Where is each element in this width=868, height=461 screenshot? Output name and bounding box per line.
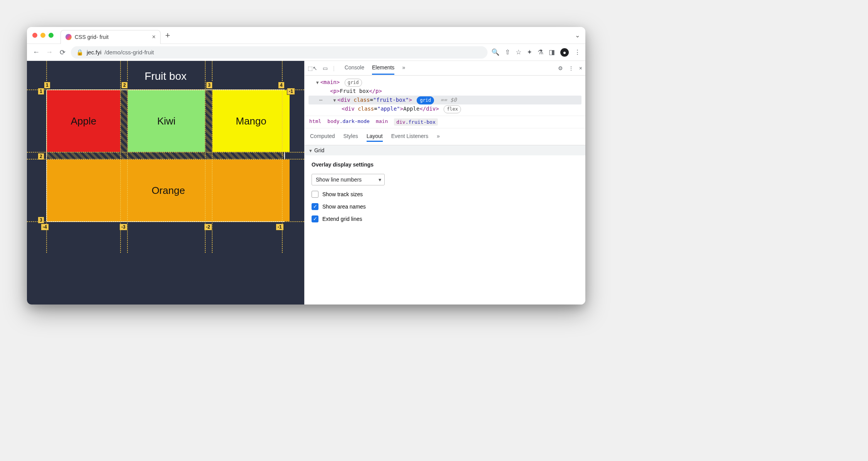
grid-label: 3	[206, 82, 213, 89]
grid-label: -4	[41, 224, 49, 230]
checkbox-icon[interactable]: ✓	[312, 215, 318, 222]
device-toggle-icon[interactable]: ▭	[323, 65, 328, 71]
checkbox-extend-lines[interactable]: ✓ Extend grid lines	[312, 215, 578, 222]
grid-label: 1	[44, 82, 50, 89]
grid-line-horizontal	[27, 159, 304, 160]
back-button[interactable]: ←	[32, 48, 41, 56]
devtools-top-bar: ⬚↖ ▭ | Console Elements » ⚙ ⋮ ×	[305, 61, 585, 76]
subtab-computed[interactable]: Computed	[310, 131, 335, 142]
profile-avatar[interactable]: ●	[560, 48, 569, 57]
grid-section-header[interactable]: ▼Grid	[305, 145, 585, 155]
browser-window: CSS grid- fruit × + ⌄ ← → ⟳ 🔒 jec.fyi/de…	[27, 27, 585, 305]
tab-console[interactable]: Console	[345, 61, 364, 75]
new-tab-button[interactable]: +	[165, 30, 170, 40]
styles-sub-tabs: Computed Styles Layout Event Listeners »	[305, 128, 585, 145]
overlay-settings-heading: Overlay display settings	[312, 162, 578, 168]
close-devtools-button[interactable]: ×	[579, 65, 582, 71]
grid-label: 2	[121, 82, 128, 89]
grid-badge[interactable]: grid	[345, 79, 362, 87]
url-host: jec.fyi	[87, 49, 101, 56]
cell-apple: Apple	[47, 90, 120, 152]
grid-label: -1	[276, 224, 284, 230]
favicon-icon	[65, 34, 72, 40]
grid-label: 1	[38, 88, 44, 95]
grid-label: -2	[204, 224, 212, 230]
checkbox-track-sizes[interactable]: Show track sizes	[312, 191, 578, 198]
grid-badge-active[interactable]: grid	[417, 96, 434, 104]
minimize-window-button[interactable]	[40, 33, 45, 38]
breadcrumb-item[interactable]: main	[376, 118, 388, 126]
rendered-page: Fruit box Apple Kiwi Mango Orange	[27, 61, 304, 305]
cell-mango: Mango	[213, 90, 290, 152]
breadcrumb: html body.dark-mode main div.fruit-box	[305, 116, 585, 128]
checkbox-icon[interactable]: ✓	[312, 203, 318, 210]
tab-more[interactable]: »	[402, 61, 405, 75]
grid-label: 4	[278, 82, 285, 89]
dom-tree[interactable]: ▼<main> grid <p>Fruit box</p> ⋯ ▼<div cl…	[305, 76, 585, 116]
forward-button[interactable]: →	[45, 48, 54, 56]
zoom-icon[interactable]: 🔍	[491, 48, 499, 56]
subtab-styles[interactable]: Styles	[344, 131, 358, 142]
subtab-event-listeners[interactable]: Event Listeners	[391, 131, 429, 142]
devtools-panel: ⬚↖ ▭ | Console Elements » ⚙ ⋮ × ▼<main>	[304, 61, 585, 305]
subtab-more[interactable]: »	[437, 131, 440, 142]
line-numbers-select[interactable]: Show line numbers	[312, 174, 385, 185]
cell-orange: Orange	[47, 160, 290, 221]
bookmark-icon[interactable]: ☆	[516, 48, 521, 56]
menu-icon[interactable]: ⋮	[574, 48, 581, 56]
grid-line-horizontal	[27, 89, 304, 90]
sidepanel-icon[interactable]: ◨	[549, 48, 555, 56]
toolbar-actions: 🔍 ⇧ ☆ ✦ ⚗ ◨ ● ⋮	[491, 48, 581, 57]
browser-tab[interactable]: CSS grid- fruit ×	[60, 30, 161, 44]
grid-label: -1	[287, 88, 295, 95]
close-tab-button[interactable]: ×	[152, 34, 156, 40]
flex-badge[interactable]: flex	[444, 105, 461, 113]
labs-icon[interactable]: ⚗	[538, 48, 543, 56]
traffic-lights	[32, 33, 54, 38]
tab-elements[interactable]: Elements	[372, 61, 394, 75]
breadcrumb-item[interactable]: div.fruit-box	[394, 118, 438, 126]
reload-button[interactable]: ⟳	[58, 48, 67, 57]
tab-title: CSS grid- fruit	[75, 34, 149, 40]
content-area: Fruit box Apple Kiwi Mango Orange	[27, 61, 585, 305]
lock-icon: 🔒	[76, 49, 84, 56]
fruit-grid: Apple Kiwi Mango Orange	[46, 89, 285, 222]
grid-label: 2	[38, 153, 44, 160]
page-title: Fruit box	[27, 61, 304, 89]
settings-icon[interactable]: ⚙	[558, 65, 563, 71]
grid-overlay-wrap: Apple Kiwi Mango Orange 1 2 3 4 1 2 3 -1…	[46, 89, 285, 222]
grid-label: 3	[38, 217, 44, 224]
breadcrumb-item[interactable]: html	[309, 118, 321, 126]
breadcrumb-item[interactable]: body.dark-mode	[327, 118, 370, 126]
toolbar: ← → ⟳ 🔒 jec.fyi/demo/css-grid-fruit 🔍 ⇧ …	[27, 44, 585, 61]
url-bar[interactable]: 🔒 jec.fyi/demo/css-grid-fruit	[71, 46, 488, 59]
subtab-layout[interactable]: Layout	[367, 131, 383, 142]
checkbox-icon[interactable]	[312, 191, 318, 198]
inspect-element-icon[interactable]: ⬚↖	[308, 65, 317, 71]
grid-label: -3	[119, 224, 127, 230]
maximize-window-button[interactable]	[49, 33, 54, 38]
layout-panel: Overlay display settings Show line numbe…	[305, 155, 585, 229]
url-path: /demo/css-grid-fruit	[104, 49, 154, 56]
tabs-dropdown-button[interactable]: ⌄	[575, 32, 580, 39]
checkbox-area-names[interactable]: ✓ Show area names	[312, 203, 578, 210]
extensions-icon[interactable]: ✦	[527, 48, 532, 56]
kebab-menu-icon[interactable]: ⋮	[568, 65, 574, 71]
share-icon[interactable]: ⇧	[505, 48, 510, 56]
cell-kiwi: Kiwi	[128, 90, 205, 152]
grid-line-horizontal	[27, 221, 304, 222]
title-bar: CSS grid- fruit × + ⌄	[27, 27, 585, 44]
grid-line-horizontal	[27, 152, 304, 153]
close-window-button[interactable]	[32, 33, 37, 38]
